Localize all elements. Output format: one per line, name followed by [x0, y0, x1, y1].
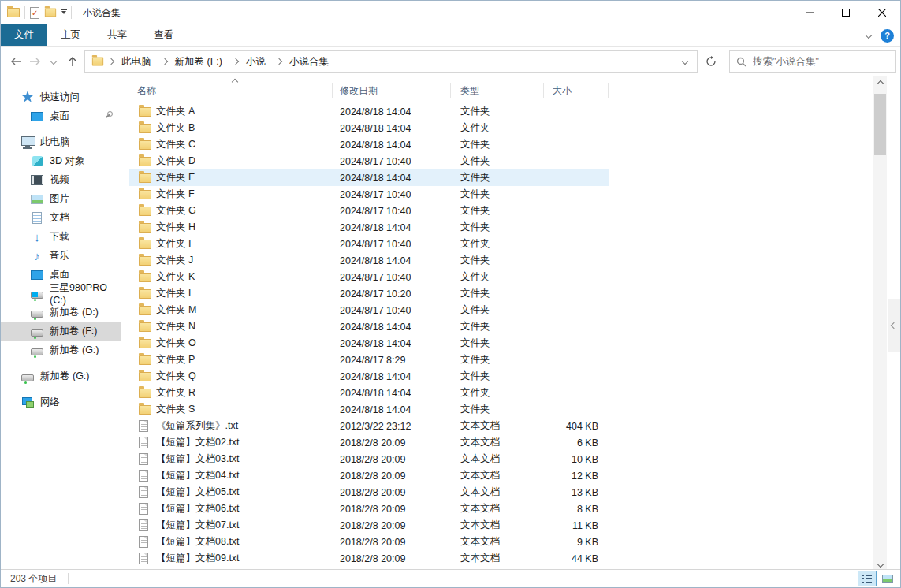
- file-row[interactable]: 文件夹 M 2024/8/17 10:40 文件夹: [129, 302, 609, 318]
- pane-expander-handle[interactable]: [888, 299, 900, 352]
- file-row[interactable]: 《短篇系列集》.txt 2012/3/22 23:12 文本文档 404 KB: [129, 418, 609, 434]
- file-row[interactable]: 文件夹 F 2024/8/17 10:40 文件夹: [129, 186, 609, 203]
- file-row[interactable]: 【短篇】文档03.txt 2018/2/8 20:09 文本文档 10 KB: [129, 451, 609, 467]
- file-name: 【短篇】文档05.txt: [156, 486, 340, 499]
- column-separator[interactable]: [450, 83, 451, 98]
- breadcrumb-item[interactable]: 新加卷 (F:): [158, 51, 227, 72]
- file-date-modified: 2024/8/17 8:29: [340, 355, 460, 366]
- breadcrumb-label: 此电脑: [121, 55, 151, 69]
- sidebar-item[interactable]: 快速访问: [1, 87, 121, 106]
- close-button[interactable]: [864, 1, 900, 24]
- chevron-right-icon: [276, 58, 282, 65]
- sidebar-item[interactable]: 音乐: [1, 246, 121, 265]
- sidebar-item[interactable]: 下载: [1, 227, 121, 246]
- address-bar[interactable]: 此电脑 新加卷 (F:) 小说 小说合集: [84, 50, 698, 73]
- file-type: 文件夹: [460, 154, 545, 168]
- sidebar-item[interactable]: 新加卷 (G:): [1, 367, 121, 385]
- nav-buttons: [1, 52, 84, 71]
- scrollbar-thumb[interactable]: [874, 94, 886, 155]
- refresh-button[interactable]: [699, 50, 723, 73]
- new-folder-icon[interactable]: [45, 9, 56, 17]
- file-row[interactable]: 文件夹 Q 2024/8/18 14:04 文件夹: [129, 368, 609, 385]
- back-button[interactable]: [7, 52, 24, 71]
- column-header-name[interactable]: 名称: [137, 84, 156, 98]
- file-row[interactable]: 文件夹 S 2024/8/18 14:04 文件夹: [129, 401, 609, 418]
- properties-icon[interactable]: [30, 7, 39, 19]
- sidebar-item[interactable]: 新加卷 (F:): [1, 322, 121, 341]
- file-row[interactable]: 文件夹 H 2024/8/18 14:04 文件夹: [129, 219, 609, 236]
- file-row[interactable]: 文件夹 O 2024/8/18 14:04 文件夹: [129, 335, 609, 352]
- sidebar-item[interactable]: 新加卷 (D:): [1, 303, 121, 322]
- column-separator[interactable]: [608, 83, 609, 98]
- file-row[interactable]: 文件夹 E 2024/8/18 14:04 文件夹: [129, 169, 609, 186]
- sidebar-item[interactable]: 新加卷 (G:): [1, 341, 121, 359]
- ribbon-tab-共享[interactable]: 共享: [94, 24, 140, 46]
- breadcrumb: 此电脑 新加卷 (F:) 小说 小说合集: [104, 51, 676, 72]
- file-row[interactable]: 【短篇】文档04.txt 2018/2/8 20:09 文本文档 12 KB: [129, 467, 609, 484]
- file-row[interactable]: 【短篇】文档06.txt 2018/2/8 20:09 文本文档 8 KB: [129, 501, 609, 517]
- file-type-icon: [139, 223, 151, 233]
- file-size: 9 KB: [545, 537, 598, 548]
- file-row[interactable]: 文件夹 I 2024/8/17 10:40 文件夹: [129, 236, 609, 252]
- column-separator[interactable]: [332, 83, 333, 98]
- file-row[interactable]: 文件夹 A 2024/8/18 14:04 文件夹: [129, 103, 609, 120]
- column-header-date[interactable]: 修改日期: [340, 84, 378, 98]
- forward-button[interactable]: [26, 52, 43, 71]
- file-type: 文件夹: [460, 221, 545, 234]
- sidebar-item[interactable]: 网络: [1, 393, 121, 411]
- file-row[interactable]: 文件夹 B 2024/8/18 14:04 文件夹: [129, 120, 609, 136]
- minimize-button[interactable]: [791, 1, 828, 24]
- sidebar-item[interactable]: 三星980PRO (C:): [1, 284, 121, 303]
- thumbnails-view-button[interactable]: [878, 571, 897, 586]
- file-row[interactable]: 【短篇】文档05.txt 2018/2/8 20:09 文本文档 13 KB: [129, 484, 609, 501]
- file-row[interactable]: 文件夹 K 2024/8/17 10:40 文件夹: [129, 269, 609, 285]
- vertical-scrollbar[interactable]: [873, 76, 887, 571]
- file-row[interactable]: 【短篇】文档02.txt 2018/2/8 20:09 文本文档 6 KB: [129, 434, 609, 451]
- search-box[interactable]: 搜索"小说合集": [729, 50, 896, 73]
- maximize-button[interactable]: [828, 1, 864, 24]
- chevron-right-icon: [233, 58, 239, 65]
- file-type: 文本文档: [460, 419, 545, 433]
- file-type-icon: [139, 240, 151, 249]
- file-row[interactable]: 【短篇】文档07.txt 2018/2/8 20:09 文本文档 11 KB: [129, 517, 609, 534]
- expand-ribbon-icon[interactable]: [866, 32, 872, 39]
- file-row[interactable]: 文件夹 D 2024/8/17 10:40 文件夹: [129, 153, 609, 169]
- sidebar-item[interactable]: 此电脑: [1, 132, 121, 151]
- file-date-modified: 2024/8/18 14:04: [340, 255, 460, 266]
- breadcrumb-item[interactable]: 此电脑: [104, 51, 156, 72]
- details-view-button[interactable]: [858, 571, 877, 586]
- column-header-size[interactable]: 大小: [553, 84, 572, 98]
- file-date-modified: 2024/8/17 10:40: [340, 156, 460, 167]
- file-name: 《短篇系列集》.txt: [156, 419, 340, 433]
- up-button[interactable]: [64, 52, 81, 71]
- sidebar-item[interactable]: 3D 对象: [1, 151, 121, 170]
- column-separator[interactable]: [543, 83, 544, 98]
- scroll-up-button[interactable]: [873, 76, 887, 90]
- help-icon[interactable]: [881, 29, 894, 43]
- file-row[interactable]: 文件夹 G 2024/8/17 10:40 文件夹: [129, 203, 609, 219]
- column-header-type[interactable]: 类型: [460, 84, 479, 98]
- file-row[interactable]: 文件夹 J 2024/8/18 14:04 文件夹: [129, 252, 609, 269]
- file-row[interactable]: 文件夹 N 2024/8/18 14:04 文件夹: [129, 318, 609, 335]
- recent-locations-button[interactable]: [45, 52, 62, 71]
- breadcrumb-item[interactable]: 小说合集: [272, 51, 333, 72]
- file-row[interactable]: 文件夹 L 2024/8/17 10:20 文件夹: [129, 285, 609, 302]
- file-row[interactable]: 【短篇】文档09.txt 2018/2/8 20:09 文本文档 44 KB: [129, 550, 609, 567]
- qat-dropdown-icon[interactable]: [61, 11, 66, 14]
- app-folder-icon: [7, 8, 20, 17]
- file-row[interactable]: 文件夹 P 2024/8/17 8:29 文件夹: [129, 352, 609, 368]
- file-date-modified: 2024/8/18 14:04: [340, 123, 460, 134]
- file-row[interactable]: 文件夹 C 2024/8/18 14:04 文件夹: [129, 136, 609, 153]
- ribbon-tab-文件[interactable]: 文件: [1, 24, 47, 46]
- ribbon-tab-查看[interactable]: 查看: [140, 24, 187, 46]
- breadcrumb-item[interactable]: 小说: [229, 51, 270, 72]
- sidebar-item[interactable]: 图片: [1, 189, 121, 208]
- ribbon-tab-主页[interactable]: 主页: [47, 24, 94, 46]
- file-row[interactable]: 文件夹 R 2024/8/18 14:04 文件夹: [129, 385, 609, 401]
- sidebar-item[interactable]: 桌面: [1, 106, 121, 125]
- address-dropdown-button[interactable]: [676, 51, 694, 72]
- file-type: 文本文档: [460, 436, 545, 449]
- sidebar-item[interactable]: 文档: [1, 208, 121, 227]
- sidebar-item[interactable]: 视频: [1, 170, 121, 189]
- file-row[interactable]: 【短篇】文档08.txt 2018/2/8 20:09 文本文档 9 KB: [129, 534, 609, 550]
